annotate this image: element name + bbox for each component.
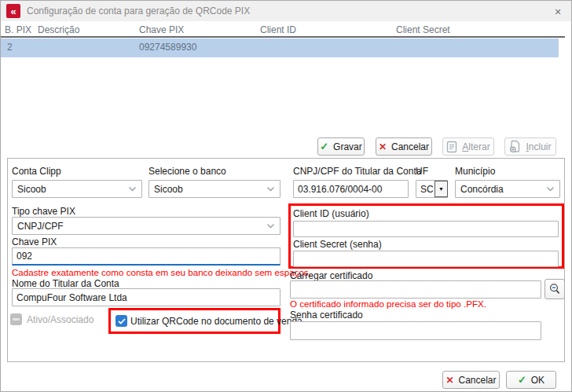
cancelar-record-button[interactable]: ✕ Cancelar <box>376 137 432 156</box>
nome-titular-label: Nome do Titular da Conta <box>12 278 119 289</box>
client-secret-label: Client Secret (senha) <box>293 239 382 250</box>
uf-dropdown-arrow-icon[interactable]: ▼ <box>434 181 448 197</box>
tipo-chave-label: Tipo chave PIX <box>12 206 75 217</box>
alterar-button[interactable]: Alterar <box>442 137 494 156</box>
client-id-label: Client ID (usuário) <box>293 208 369 219</box>
client-id-input[interactable] <box>293 221 559 237</box>
gravar-label: Gravar <box>333 141 362 152</box>
add-document-icon <box>509 140 521 153</box>
ok-button[interactable]: ✓ OK <box>506 371 556 389</box>
uf-select[interactable]: SC ▼ <box>416 180 448 198</box>
cell-chave-pix: 09274589930 <box>139 42 196 53</box>
certificado-label: Carregar certificado <box>290 270 372 281</box>
chevron-down-icon <box>128 186 137 192</box>
chave-pix-input[interactable] <box>12 247 280 266</box>
gravar-button[interactable]: ✓ Gravar <box>317 137 365 156</box>
certificado-warning: O certificado informado precisa ser do t… <box>290 299 486 309</box>
chevron-down-icon <box>266 186 275 192</box>
search-icon <box>548 283 561 295</box>
certificado-input[interactable] <box>290 280 541 299</box>
chave-pix-warning: Cadastre exatamente como consta em seu b… <box>12 267 311 277</box>
grid-header-divider <box>1 36 565 38</box>
chevron-down-icon <box>546 186 555 192</box>
chevron-down-icon <box>266 223 275 229</box>
cancelar-record-label: Cancelar <box>391 141 429 152</box>
incluir-label: Incluir <box>526 141 551 152</box>
check-icon: ✓ <box>518 375 526 385</box>
cnpj-titular-label: CNPJ/CPF do Titular da Conta <box>293 166 421 177</box>
dialog-window: « Configuração de conta para geração de … <box>0 0 572 392</box>
app-logo-icon: « <box>6 4 20 18</box>
ativo-associado-label: Ativo/Associado <box>27 314 94 325</box>
tipo-chave-value: CNPJ/CPF <box>17 221 64 232</box>
municipio-label: Município <box>455 166 495 177</box>
column-header-chave-pix: Chave PIX <box>139 24 184 35</box>
column-header-client-id: Client ID <box>260 24 296 35</box>
dash-icon <box>13 318 20 321</box>
ok-label: OK <box>531 375 544 386</box>
check-icon: ✓ <box>320 141 328 152</box>
check-icon <box>118 318 126 324</box>
conta-clipp-label: Conta Clipp <box>12 166 61 177</box>
cnpj-titular-input[interactable] <box>293 180 409 198</box>
tipo-chave-select[interactable]: CNPJ/CPF <box>12 217 280 235</box>
qrcode-checkbox-label: Utilizar QRCode no documento de venda <box>130 316 302 327</box>
window-title: Configuração de conta para geração de QR… <box>27 5 250 16</box>
conta-clipp-value: Sicoob <box>17 184 46 195</box>
municipio-value: Concórdia <box>460 184 504 195</box>
titlebar: « Configuração de conta para geração de … <box>1 1 571 21</box>
alterar-label: Alterar <box>462 141 490 152</box>
uf-label: UF <box>416 166 428 177</box>
close-icon[interactable]: ✕ <box>551 5 565 19</box>
x-icon: ✕ <box>446 376 453 385</box>
conta-clipp-select[interactable]: Sicoob <box>12 180 142 198</box>
column-header-client-secret: Client Secret <box>396 24 450 35</box>
senha-certificado-input[interactable] <box>290 321 541 340</box>
column-header-bpix: B. PIX <box>5 24 31 35</box>
senha-certificado-label: Senha certificado <box>290 310 363 321</box>
qrcode-checkbox[interactable] <box>116 315 127 327</box>
cancelar-dialog-label: Cancelar <box>459 375 497 386</box>
municipio-select[interactable]: Concórdia <box>455 180 560 198</box>
banco-select[interactable]: Sicoob <box>148 180 280 198</box>
edit-document-icon <box>446 141 457 153</box>
browse-certificado-button[interactable] <box>544 279 565 299</box>
x-icon: ✕ <box>379 142 387 152</box>
uf-value: SC <box>416 184 434 195</box>
chave-pix-label: Chave PIX <box>12 236 57 247</box>
banco-value: Sicoob <box>154 184 183 195</box>
column-header-descricao: Descrição <box>38 24 79 35</box>
banco-label: Selecione o banco <box>148 166 226 177</box>
cancelar-dialog-button[interactable]: ✕ Cancelar <box>442 371 500 389</box>
nome-titular-input[interactable] <box>12 288 280 306</box>
table-row-selected[interactable]: 2 09274589930 <box>1 38 559 57</box>
ativo-associado-checkbox[interactable] <box>10 313 22 325</box>
client-secret-input[interactable] <box>293 251 559 267</box>
incluir-button[interactable]: Incluir <box>504 137 556 156</box>
cell-bpix: 2 <box>7 42 13 53</box>
